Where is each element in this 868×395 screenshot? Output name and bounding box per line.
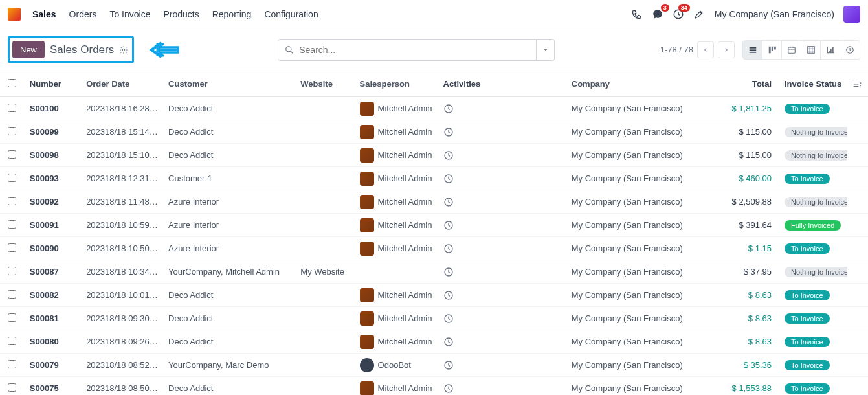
cell-activities[interactable] (438, 104, 566, 114)
cell-activities[interactable] (438, 360, 566, 370)
tools-icon[interactable] (690, 5, 708, 23)
col-activities[interactable]: Activities (438, 79, 566, 89)
table-row[interactable]: S00082 202318/18 10:01:36 Deco Addict Mi… (0, 284, 868, 307)
cell-activities[interactable] (438, 243, 566, 254)
row-checkbox[interactable] (8, 267, 16, 275)
col-order-date[interactable]: Order Date (81, 79, 163, 89)
clock-icon (443, 243, 454, 254)
table-row[interactable]: S00079 202318/18 08:52:09 YourCompany, M… (0, 354, 868, 377)
clock-icon (443, 383, 454, 394)
pager-text[interactable]: 1-78 / 78 (660, 45, 693, 54)
cell-activities[interactable] (438, 337, 566, 347)
clock-icon (443, 174, 454, 184)
view-kanban[interactable] (762, 41, 782, 59)
table-row[interactable]: S00091 202318/18 10:59:57 Azure Interior… (0, 214, 868, 237)
row-checkbox[interactable] (8, 104, 16, 112)
view-graph[interactable] (821, 41, 840, 59)
cell-company: My Company (San Francisco) (566, 383, 707, 393)
cell-salesperson: Mitchell Admin (355, 102, 438, 116)
nav-configuration[interactable]: Configuration (258, 9, 324, 19)
cell-activities[interactable] (438, 220, 566, 231)
salesperson-avatar (360, 172, 374, 186)
row-checkbox[interactable] (8, 313, 16, 322)
nav-products[interactable]: Products (157, 9, 205, 19)
nav-orders[interactable]: Orders (63, 9, 104, 19)
select-all-checkbox[interactable] (8, 79, 16, 87)
activities-icon[interactable]: 34 (669, 5, 687, 23)
table-row[interactable]: S00080 202318/18 09:26:25 Deco Addict Mi… (0, 330, 868, 354)
search-box[interactable] (278, 39, 537, 61)
cell-salesperson: Mitchell Admin (355, 381, 438, 396)
table-row[interactable]: S00087 202318/18 10:34:20 YourCompany, M… (0, 260, 868, 284)
cell-number: S00082 (25, 290, 81, 300)
messages-icon[interactable]: 3 (649, 5, 667, 23)
search-input[interactable] (299, 45, 529, 55)
clock-icon (443, 290, 454, 300)
table-row[interactable]: S00081 202318/18 09:30:10 Deco Addict Mi… (0, 307, 868, 330)
cell-number: S00079 (25, 360, 81, 370)
row-checkbox[interactable] (8, 220, 16, 229)
col-customer[interactable]: Customer (163, 79, 295, 89)
cell-activities[interactable] (438, 127, 566, 137)
clock-icon (443, 197, 454, 207)
cell-activities[interactable] (438, 267, 566, 277)
col-salesperson[interactable]: Salesperson (355, 79, 438, 89)
cell-activities[interactable] (438, 313, 566, 324)
view-list[interactable] (743, 41, 762, 59)
pager-prev[interactable] (697, 41, 714, 58)
cell-customer: YourCompany, Marc Demo (163, 360, 295, 370)
phone-icon[interactable] (628, 5, 646, 23)
row-checkbox[interactable] (8, 174, 16, 182)
search-dropdown-toggle[interactable] (537, 39, 555, 61)
col-total[interactable]: Total (707, 79, 777, 89)
cell-total: $ 1.15 (707, 243, 777, 253)
pager-next[interactable] (718, 41, 735, 58)
cell-activities[interactable] (438, 197, 566, 207)
row-checkbox[interactable] (8, 360, 16, 368)
company-selector[interactable]: My Company (San Francisco) (715, 9, 834, 19)
table-row[interactable]: S00093 202318/18 12:31:49 Customer-1 Mit… (0, 167, 868, 190)
nav-reporting[interactable]: Reporting (206, 9, 258, 19)
salesperson-avatar (360, 218, 374, 232)
status-badge: To Invoice (785, 383, 830, 394)
cell-activities[interactable] (438, 174, 566, 184)
col-company[interactable]: Company (566, 79, 707, 89)
col-invoice-status[interactable]: Invoice Status (777, 79, 847, 89)
nav-to-invoice[interactable]: To Invoice (103, 9, 157, 19)
cell-activities[interactable] (438, 290, 566, 300)
svg-rect-7 (771, 46, 773, 51)
table-row[interactable]: S00092 202318/18 11:48:00 Azure Interior… (0, 190, 868, 214)
new-button[interactable]: New (12, 41, 45, 58)
clock-icon (443, 150, 454, 161)
clock-icon (443, 127, 454, 137)
row-checkbox[interactable] (8, 150, 16, 159)
cell-total: $ 460.00 (707, 174, 777, 183)
view-calendar[interactable] (782, 41, 801, 59)
row-checkbox[interactable] (8, 243, 16, 252)
salesperson-avatar (360, 288, 374, 302)
gear-icon[interactable] (119, 45, 128, 54)
row-checkbox[interactable] (8, 127, 16, 135)
table-row[interactable]: S00075 202318/18 08:50:35 Deco Addict Mi… (0, 377, 868, 395)
table-row[interactable]: S00099 202318/18 15:14:11 Deco Addict Mi… (0, 120, 868, 144)
col-options[interactable] (847, 80, 868, 89)
col-number[interactable]: Number (25, 79, 81, 89)
app-logo-icon[interactable] (8, 8, 21, 21)
clock-icon (443, 313, 454, 324)
table-row[interactable]: S00098 202318/18 15:10:34 Deco Addict Mi… (0, 144, 868, 167)
row-checkbox[interactable] (8, 290, 16, 299)
nav-app-title[interactable]: Sales (26, 9, 63, 19)
view-pivot[interactable] (801, 41, 821, 59)
row-checkbox[interactable] (8, 383, 16, 392)
orders-table: Number Order Date Customer Website Sales… (0, 71, 868, 395)
col-website[interactable]: Website (295, 79, 354, 89)
table-row[interactable]: S00090 202318/18 10:50:08 Azure Interior… (0, 237, 868, 260)
row-checkbox[interactable] (8, 337, 16, 345)
user-avatar[interactable] (843, 6, 860, 23)
cell-activities[interactable] (438, 150, 566, 161)
cell-date: 202318/18 15:14:11 (81, 127, 163, 137)
row-checkbox[interactable] (8, 197, 16, 205)
view-activity[interactable] (840, 41, 860, 59)
table-row[interactable]: S00100 202318/18 16:28:26 Deco Addict Mi… (0, 97, 868, 120)
cell-activities[interactable] (438, 383, 566, 394)
